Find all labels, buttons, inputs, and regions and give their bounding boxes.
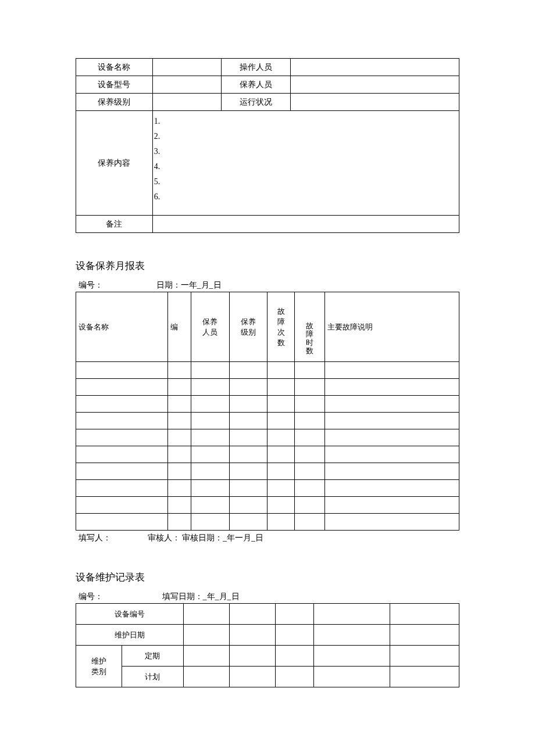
label-run-status: 运行状况 <box>222 94 291 111</box>
maint-record-title: 设备维护记录表 <box>76 571 459 584</box>
table-row <box>76 379 459 396</box>
value-remarks <box>152 216 459 233</box>
col-num: 编 <box>168 292 191 362</box>
monthly-report-footer: 填写人： 审核人： 审核日期：_年一月_日 <box>76 531 459 544</box>
meta-number: 编号： <box>79 280 154 291</box>
maint-record-table: 设备编号 维护日期 维护类别 定期 计划 <box>76 603 459 687</box>
value-operator <box>291 59 459 76</box>
meta-date: 日期：一年_月_日 <box>156 281 222 289</box>
col-fault-count: 故障次数 <box>268 292 294 362</box>
table-row <box>76 514 459 531</box>
content-item-5: 5. <box>154 174 456 189</box>
value-device-model <box>152 76 222 94</box>
table-row <box>76 396 459 413</box>
label-maint-type: 维护类别 <box>76 646 122 687</box>
table-row <box>76 446 459 463</box>
label-device-num: 设备编号 <box>76 604 184 625</box>
content-item-4: 4. <box>154 159 456 174</box>
content-item-6: 6. <box>154 189 456 205</box>
table-row <box>76 413 459 429</box>
label-device-model: 设备型号 <box>76 76 153 94</box>
monthly-report-title: 设备保养月报表 <box>76 259 459 273</box>
meta-date-3: 填写日期：_年_月_日 <box>162 592 240 601</box>
maint-record-meta: 编号： 填写日期：_年_月_日 <box>76 590 459 603</box>
label-operator: 操作人员 <box>222 59 291 76</box>
footer-review-date: 审核日期：_年一月_日 <box>182 533 263 542</box>
table-row <box>76 463 459 480</box>
table-row <box>76 497 459 514</box>
monthly-report-table: 设备名称 编 保养人员 保养级别 故障次数 故障时数 主要故障说明 <box>76 292 459 531</box>
label-device-name: 设备名称 <box>76 59 153 76</box>
label-maint-staff: 保养人员 <box>222 76 291 94</box>
meta-number-3: 编号： <box>79 592 160 602</box>
monthly-report-meta: 编号： 日期：一年_月_日 <box>76 278 459 292</box>
value-run-status <box>291 94 459 111</box>
table-row <box>76 480 459 497</box>
value-maint-staff <box>291 76 459 94</box>
label-maint-content: 保养内容 <box>76 111 153 216</box>
label-maint-level: 保养级别 <box>76 94 153 111</box>
footer-review: 审核人： <box>148 533 180 542</box>
maintenance-info-table: 设备名称 操作人员 设备型号 保养人员 保养级别 运行状况 保养内容 1. 2.… <box>76 58 459 233</box>
label-remarks: 备注 <box>76 216 153 233</box>
table-row <box>76 429 459 446</box>
label-plan: 计划 <box>122 667 183 687</box>
content-item-1: 1. <box>154 114 456 129</box>
col-fault-hours: 故障时数 <box>294 292 325 362</box>
content-item-3: 3. <box>154 144 456 159</box>
label-periodic: 定期 <box>122 646 183 667</box>
content-item-2: 2. <box>154 129 456 144</box>
table-row <box>76 362 459 379</box>
col-fault-desc: 主要故障说明 <box>325 292 459 362</box>
col-device-name: 设备名称 <box>76 292 168 362</box>
footer-fill: 填写人： <box>79 533 145 543</box>
value-maint-content: 1. 2. 3. 4. 5. 6. <box>152 111 459 216</box>
value-maint-level <box>152 94 222 111</box>
label-maint-date: 维护日期 <box>76 625 184 646</box>
col-maint-staff: 保养人员 <box>191 292 229 362</box>
value-device-name <box>152 59 222 76</box>
col-maint-level: 保养级别 <box>229 292 268 362</box>
